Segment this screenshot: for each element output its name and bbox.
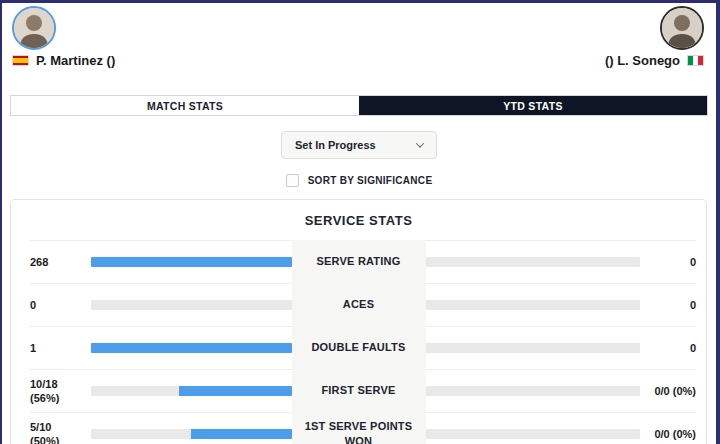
stats-right-column: 0 0 0 0/0 (0%) 0/0 (0%): [426, 240, 707, 444]
stat-value-left: 0: [30, 298, 83, 312]
stat-bar-left: [91, 300, 292, 310]
stat-value-right: 0/0 (0%): [648, 384, 696, 398]
stat-value-right: 0: [648, 255, 696, 269]
stat-value-right: 0/0 (0%): [648, 427, 696, 441]
stat-bar-left: [91, 257, 292, 267]
stats-label-column: SERVE RATING ACES DOUBLE FAULTS FIRST SE…: [292, 240, 426, 444]
stat-row-left: 0: [30, 283, 292, 326]
stat-row-right: 0: [426, 283, 697, 326]
stat-row-right: 0/0 (0%): [426, 369, 697, 412]
stat-value-left: 1: [30, 341, 83, 355]
stats-grid: 268 0 1 10/18 (56%) 5/10 (50%) SERVE R: [11, 240, 706, 444]
stats-left-column: 268 0 1 10/18 (56%) 5/10 (50%): [11, 240, 292, 444]
stat-value-left: 5/10 (50%): [30, 420, 83, 444]
stat-row-left: 268: [30, 240, 292, 283]
stat-bar-right: [426, 257, 641, 267]
italy-flag-icon: [687, 55, 704, 66]
service-stats-card: SERVICE STATS 268 0 1 10/18 (56%) 5/10 (…: [10, 199, 707, 444]
tab-ytd-stats[interactable]: YTD STATS: [359, 96, 707, 115]
stat-value-right: 0: [648, 298, 696, 312]
player-avatar-left: [12, 6, 56, 50]
player-name-left: P. Martinez (): [12, 53, 115, 68]
stat-label: FIRST SERVE: [292, 369, 426, 412]
player-name-left-text: P. Martinez (): [36, 53, 115, 68]
stat-bar-right: [426, 300, 641, 310]
chevron-down-icon: [416, 139, 424, 147]
player-name-right-text: () L. Sonego: [605, 53, 680, 68]
tab-match-stats[interactable]: MATCH STATS: [11, 96, 359, 115]
match-header: P. Martinez () () L. Sonego: [2, 3, 716, 95]
stat-label: SERVE RATING: [292, 240, 426, 283]
sort-row: SORT BY SIGNIFICANCE: [2, 173, 716, 188]
person-silhouette-icon: [662, 8, 702, 48]
stat-bar-right: [426, 386, 641, 396]
stat-bar-fill-left: [179, 386, 291, 396]
set-filter-area: Set In Progress: [2, 131, 716, 159]
stat-value-left: 268: [30, 255, 83, 269]
stat-value-right: 0: [648, 341, 696, 355]
stat-label: DOUBLE FAULTS: [292, 326, 426, 369]
stat-row-right: 0: [426, 240, 697, 283]
stat-row-right: 0: [426, 326, 697, 369]
sort-label: SORT BY SIGNIFICANCE: [308, 175, 433, 186]
section-title: SERVICE STATS: [11, 200, 706, 240]
stat-row-left: 1: [30, 326, 292, 369]
stat-row-left: 10/18 (56%): [30, 369, 292, 412]
stat-bar-right: [426, 343, 641, 353]
person-silhouette-icon: [14, 8, 54, 48]
stat-label: 1ST SERVE POINTS WON: [292, 412, 426, 444]
stat-bar-left: [91, 429, 292, 439]
stat-bar-fill-left: [91, 343, 292, 353]
spain-flag-icon: [12, 55, 29, 66]
set-dropdown[interactable]: Set In Progress: [281, 131, 437, 159]
player-name-right: () L. Sonego: [605, 53, 704, 68]
stat-bar-left: [91, 343, 292, 353]
stat-bar-fill-left: [91, 257, 292, 267]
stat-bar-fill-left: [191, 429, 291, 439]
set-dropdown-value: Set In Progress: [295, 139, 376, 151]
stat-row-left: 5/10 (50%): [30, 412, 292, 444]
stat-row-right: 0/0 (0%): [426, 412, 697, 444]
stat-bar-right: [426, 429, 641, 439]
stats-tab-bar: MATCH STATS YTD STATS: [10, 95, 708, 116]
stat-label: ACES: [292, 283, 426, 326]
player-avatar-right: [660, 6, 704, 50]
stat-bar-left: [91, 386, 292, 396]
stat-value-left: 10/18 (56%): [30, 377, 83, 406]
sort-checkbox[interactable]: [286, 174, 299, 187]
